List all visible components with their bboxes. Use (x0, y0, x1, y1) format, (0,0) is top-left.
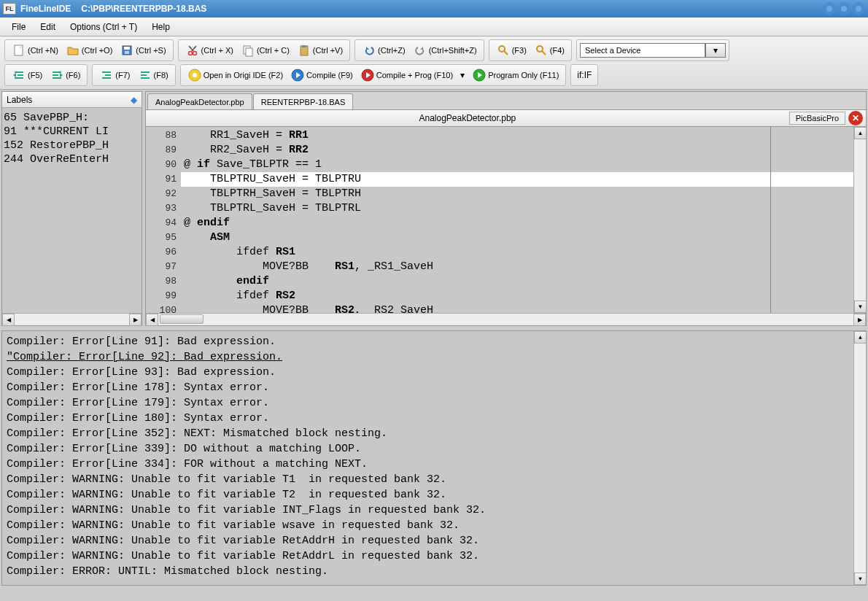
output-line[interactable]: Compiler: Error[Line 91]: Bad expression… (7, 334, 861, 349)
toolbar: (Ctrl +N) (Ctrl +O) (Ctrl +S) (Ctrl + X)… (0, 36, 868, 90)
menu-edit[interactable]: Edit (33, 20, 63, 34)
output-line[interactable]: Compiler: WARNING: Unable to fit variabl… (7, 503, 861, 518)
editor-panel: AnalogPeakDetector.pbpREENTERPBP-18.BAS … (145, 91, 867, 326)
output-vscroll[interactable]: ▲ ▼ (853, 331, 866, 585)
doc-close-button[interactable]: ✕ (848, 111, 863, 125)
svg-point-8 (193, 52, 196, 55)
scroll-down-button[interactable]: ▼ (854, 300, 866, 313)
scroll-right-button[interactable]: ▶ (853, 314, 866, 326)
redo-button[interactable]: (Ctrl+Shift+Z) (409, 41, 481, 60)
menubar: File Edit Options (Ctrl + T) Help (0, 18, 868, 36)
play-red-icon (360, 68, 375, 82)
close-button[interactable] (852, 2, 865, 15)
output-line[interactable]: Compiler: Error[Line 179]: Syntax error. (7, 395, 861, 411)
svg-rect-10 (246, 48, 252, 56)
code-line[interactable]: MOVE?BB RS2, RS2 SaveH (181, 303, 853, 313)
output-line[interactable]: Compiler: WARNING: Unable to fit variabl… (7, 533, 861, 548)
compile-button[interactable]: Compile (F9) (287, 66, 357, 85)
svg-point-7 (188, 52, 192, 55)
svg-point-2 (856, 6, 861, 12)
scroll-right-button[interactable]: ▶ (129, 314, 142, 326)
output-line[interactable]: Compiler: WARNING: Unable to fit variabl… (7, 548, 861, 564)
code-editor[interactable]: 888990919293949596979899100 RR1_SaveH = … (146, 127, 866, 313)
scroll-left-button[interactable]: ◀ (146, 314, 158, 326)
undo-button[interactable]: (Ctrl+Z) (358, 41, 409, 60)
code-line[interactable]: @ if Save_TBLPTR == 1 (181, 158, 853, 172)
labels-header[interactable]: Labels ◆ (2, 92, 142, 108)
save-icon (120, 43, 134, 58)
line-number: 93 (146, 201, 181, 216)
editor-tab[interactable]: REENTERPBP-18.BAS (253, 93, 354, 109)
code-line[interactable]: ASM (181, 230, 853, 245)
output-line[interactable]: "Compiler: Error[Line 92]: Bad expressio… (7, 349, 861, 365)
maximize-button[interactable] (837, 2, 850, 15)
editor-tabs: AnalogPeakDetector.pbpREENTERPBP-18.BAS (146, 92, 866, 109)
editor-vscroll[interactable]: ▲ ▼ (853, 127, 866, 313)
code-line[interactable]: TBLPTRL_SaveH = TBLPTRL (181, 201, 853, 216)
label-item[interactable]: 244 OverReEnterH (4, 152, 140, 166)
paste-button[interactable]: (Ctrl +V) (293, 41, 346, 60)
device-select[interactable]: Select a Device (580, 43, 705, 58)
scroll-down-button[interactable]: ▼ (854, 573, 867, 585)
output-line[interactable]: Compiler: Error[Line 93]: Bad expression… (7, 365, 861, 380)
labels-list[interactable]: 65 SavePBP_H:91 ***CURRENT LI152 Restore… (2, 108, 142, 313)
editor-tab[interactable]: AnalogPeakDetector.pbp (147, 93, 252, 109)
code-line[interactable]: ifdef RS1 (181, 245, 853, 260)
code-line[interactable]: TBLPTRH_SaveH = TBLPTRH (181, 187, 853, 201)
code-line[interactable]: TBLPTRU_SaveH = TBLPTRU (181, 172, 853, 187)
compile-prog-button[interactable]: Compile + Prog (F10) (357, 66, 457, 85)
output-line[interactable]: Compiler: WARNING: Unable to fit variabl… (7, 518, 861, 533)
output-line[interactable]: Compiler: WARNING: Unable to fit variabl… (7, 472, 861, 487)
label-item[interactable]: 65 SavePBP_H: (4, 111, 140, 125)
code-line[interactable]: RR1_SaveH = RR1 (181, 128, 853, 143)
code-lines[interactable]: RR1_SaveH = RR1 RR2_SaveH = RR2@ if Save… (181, 127, 853, 313)
code-line[interactable]: RR2_SaveH = RR2 (181, 143, 853, 158)
new-button[interactable]: (Ctrl +N) (8, 41, 62, 60)
output-panel[interactable]: Compiler: Error[Line 91]: Bad expression… (1, 330, 867, 586)
doc-header: AnalogPeakDetector.pbp PicBasicPro ✕ (146, 109, 866, 127)
find-button[interactable]: (F3) (492, 41, 530, 60)
output-line[interactable]: Compiler: ERROR: UNTIL: Mismatched block… (7, 564, 861, 579)
menu-file[interactable]: File (4, 20, 33, 34)
output-line[interactable]: Compiler: Error[Line 178]: Syntax error. (7, 380, 861, 395)
labels-hscroll[interactable]: ◀ ▶ (2, 313, 142, 325)
menu-help[interactable]: Help (144, 20, 177, 34)
svg-rect-3 (15, 45, 23, 55)
doc-language[interactable]: PicBasicPro (789, 112, 845, 125)
scroll-up-button[interactable]: ▲ (854, 331, 867, 344)
indent-left-button[interactable]: (F5) (8, 66, 46, 85)
indent-button[interactable]: (F8) (134, 66, 172, 85)
menu-options[interactable]: Options (Ctrl + T) (63, 20, 144, 34)
undo-icon (362, 43, 376, 58)
open-button[interactable]: (Ctrl +O) (62, 41, 116, 60)
outdent-button[interactable]: (F7) (96, 66, 133, 85)
scroll-left-button[interactable]: ◀ (2, 314, 15, 326)
device-select-label: Select a Device (585, 46, 640, 55)
scroll-up-button[interactable]: ▲ (854, 127, 866, 139)
label-item[interactable]: 152 RestorePBP_H (4, 139, 140, 152)
code-line[interactable]: endif (181, 274, 853, 289)
output-line[interactable]: Compiler: Error[Line 339]: DO without a … (7, 441, 861, 457)
svg-line-16 (542, 51, 546, 55)
save-button[interactable]: (Ctrl +S) (116, 41, 169, 60)
compile-prog-dropdown[interactable]: ▾ (457, 66, 468, 85)
minimize-button[interactable] (823, 2, 836, 15)
program-only-button[interactable]: Program Only (F11) (468, 66, 562, 85)
cut-button[interactable]: (Ctrl + X) (182, 41, 237, 60)
code-line[interactable]: @ endif (181, 216, 853, 230)
label-item[interactable]: 91 ***CURRENT LI (4, 125, 140, 139)
copy-button[interactable]: (Ctrl + C) (237, 41, 293, 60)
findnext-button[interactable]: (F4) (530, 41, 568, 60)
open-orig-button[interactable]: Open in Origi IDE (F2) (184, 66, 287, 85)
device-dropdown-button[interactable]: ▾ (705, 43, 726, 58)
line-number: 100 (146, 303, 181, 313)
output-line[interactable]: Compiler: WARNING: Unable to fit variabl… (7, 487, 861, 503)
editor-hscroll[interactable]: ◀ ▶ (146, 313, 866, 325)
svg-rect-12 (302, 45, 306, 47)
indent-right-button[interactable]: (F6) (46, 66, 84, 85)
code-line[interactable]: ifdef RS2 (181, 289, 853, 303)
output-line[interactable]: Compiler: Error[Line 334]: FOR without a… (7, 457, 861, 472)
output-line[interactable]: Compiler: Error[Line 352]: NEXT: Mismatc… (7, 426, 861, 441)
output-line[interactable]: Compiler: Error[Line 180]: Syntax error. (7, 411, 861, 426)
code-line[interactable]: MOVE?BB RS1, _RS1_SaveH (181, 260, 853, 274)
